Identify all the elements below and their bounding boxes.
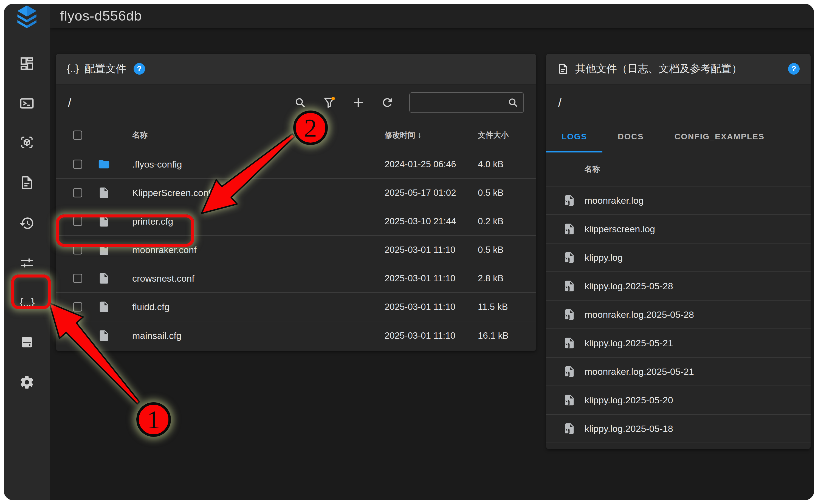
row-checkbox[interactable]: [73, 217, 82, 226]
file-lock-icon: [563, 223, 576, 235]
sort-descending-icon: ↓: [418, 130, 422, 139]
add-icon[interactable]: [352, 96, 365, 109]
sidebar-item-history[interactable]: [15, 211, 39, 236]
file-name: printer.cfg: [132, 216, 384, 227]
config-file-row[interactable]: mainsail.cfg 2025-03-01 11:10 16.1 kB: [56, 321, 536, 350]
file-name: fluidd.cfg: [132, 302, 384, 312]
log-file-row[interactable]: moonraker.log: [546, 186, 811, 215]
file-name: KlipperScreen.conf: [132, 188, 384, 198]
file-lock-icon: [563, 422, 576, 435]
page-title: flyos-d556db: [50, 8, 142, 24]
column-header-size[interactable]: 文件大小: [478, 130, 536, 140]
other-files-tabs: LOGSDOCSCONFIG_EXAMPLES: [546, 121, 811, 152]
tab-config_examples[interactable]: CONFIG_EXAMPLES: [659, 121, 780, 152]
config-toolbar: /: [56, 84, 536, 121]
app-window: flyos-d556db {...} {..} 配置文件 ? /: [4, 4, 814, 500]
config-panel-title: 配置文件: [85, 62, 126, 76]
file-modified: 2024-01-25 06:46: [384, 159, 478, 169]
file-icon: [98, 301, 110, 313]
other-files-panel: 其他文件（日志、文档及参考配置） ? / LOGSDOCSCONFIG_EXAM…: [546, 54, 811, 449]
log-file-row[interactable]: klippy.log: [546, 243, 811, 272]
sidebar-item-gcode-preview[interactable]: [15, 130, 39, 155]
config-panel-header: {..} 配置文件 ?: [56, 54, 536, 84]
search-icon[interactable]: [293, 96, 307, 109]
log-file-row[interactable]: klippy.log.2025-05-18: [546, 415, 811, 443]
sidebar-item-settings[interactable]: [15, 370, 39, 395]
file-lock-icon: [563, 251, 576, 264]
row-checkbox[interactable]: [73, 302, 82, 312]
config-files-panel: {..} 配置文件 ? / 名称 修改时间↓ 文件大小: [56, 54, 536, 351]
row-checkbox[interactable]: [73, 188, 82, 197]
file-size: 0.2 kB: [478, 216, 536, 226]
log-file-row[interactable]: klippy.log.2025-05-20: [546, 386, 811, 415]
history-icon: [19, 216, 35, 231]
log-file-row[interactable]: klippy.log.2025-05-28: [546, 272, 811, 301]
file-name: mainsail.cfg: [132, 330, 384, 341]
file-name: crowsnest.conf: [132, 273, 384, 284]
braces-icon: {...}: [19, 296, 34, 309]
sidebar-item-configuration[interactable]: {...}: [15, 290, 39, 315]
log-file-row[interactable]: klippy.log.2025-05-21: [546, 329, 811, 358]
row-checkbox[interactable]: [73, 160, 82, 169]
log-list-header: 名称: [546, 152, 811, 186]
file-name: moonraker.log: [585, 195, 811, 206]
file-icon: [98, 272, 110, 285]
sidebar-item-system[interactable]: [15, 330, 39, 355]
file-name: klippy.log.2025-05-28: [585, 281, 811, 291]
log-file-row[interactable]: moonraker.log.2025-05-28: [546, 301, 811, 329]
row-checkbox[interactable]: [73, 245, 82, 254]
sidebar-item-tune[interactable]: [15, 251, 39, 275]
fluidd-logo-icon[interactable]: [4, 4, 50, 30]
config-file-row[interactable]: fluidd.cfg 2025-03-01 11:10 11.5 kB: [56, 293, 536, 321]
column-header-modified[interactable]: 修改时间↓: [384, 130, 478, 140]
sidebar-item-jobs[interactable]: [15, 170, 39, 195]
file-modified: 2025-03-01 11:10: [384, 302, 478, 312]
help-icon[interactable]: ?: [788, 63, 800, 75]
file-modified: 2025-03-01 11:10: [384, 330, 478, 341]
sidebar-item-dashboard[interactable]: [15, 51, 39, 76]
help-icon[interactable]: ?: [134, 63, 145, 75]
file-name: moonraker.log.2025-05-28: [585, 309, 811, 320]
file-name: .flyos-config: [132, 159, 384, 170]
column-header-name[interactable]: 名称: [132, 130, 384, 140]
file-document-icon: [557, 63, 569, 75]
config-table-header: 名称 修改时间↓ 文件大小: [56, 121, 536, 150]
file-size: 0.5 kB: [478, 245, 536, 255]
dashboard-icon: [19, 56, 35, 71]
cube-scan-icon: [19, 135, 35, 150]
row-checkbox[interactable]: [73, 331, 82, 340]
file-modified: 2025-03-10 21:44: [384, 216, 478, 226]
file-document-icon: [19, 175, 35, 190]
file-name: klippy.log: [585, 252, 811, 263]
file-name: klippy.log.2025-05-21: [585, 338, 811, 349]
file-lock-icon: [563, 194, 576, 207]
harddisk-icon: [19, 335, 35, 350]
top-bar: flyos-d556db: [50, 4, 814, 28]
log-file-row[interactable]: klipperscreen.log: [546, 215, 811, 243]
row-checkbox[interactable]: [73, 274, 82, 283]
select-all-checkbox[interactable]: [73, 131, 82, 140]
other-panel-title: 其他文件（日志、文档及参考配置）: [575, 62, 742, 76]
file-modified: 2025-03-01 11:10: [384, 245, 478, 255]
config-file-row[interactable]: moonraker.conf 2025-03-01 11:10 0.5 kB: [56, 236, 536, 264]
sidebar-item-console[interactable]: [15, 91, 39, 116]
log-file-row[interactable]: moonraker.log.2025-05-21: [546, 358, 811, 386]
tab-docs[interactable]: DOCS: [602, 121, 659, 152]
file-modified: 2025-05-17 01:02: [384, 188, 478, 198]
file-size: 0.5 kB: [478, 188, 536, 198]
tab-logs[interactable]: LOGS: [546, 121, 602, 152]
filter-icon[interactable]: [322, 96, 336, 109]
file-size: 16.1 kB: [478, 330, 536, 341]
file-lock-icon: [563, 394, 576, 406]
config-file-row[interactable]: KlipperScreen.conf 2025-05-17 01:02 0.5 …: [56, 179, 536, 207]
refresh-icon[interactable]: [381, 96, 394, 109]
file-icon: [98, 215, 110, 228]
config-file-row[interactable]: crowsnest.conf 2025-03-01 11:10 2.8 kB: [56, 264, 536, 293]
folder-icon: [98, 158, 110, 171]
breadcrumb-path: /: [546, 84, 811, 121]
console-icon: [19, 96, 35, 111]
file-name: klipperscreen.log: [585, 224, 811, 234]
config-file-row[interactable]: .flyos-config 2024-01-25 06:46 4.0 kB: [56, 150, 536, 179]
file-name: moonraker.log.2025-05-21: [585, 366, 811, 377]
config-file-row[interactable]: printer.cfg 2025-03-10 21:44 0.2 kB: [56, 207, 536, 236]
